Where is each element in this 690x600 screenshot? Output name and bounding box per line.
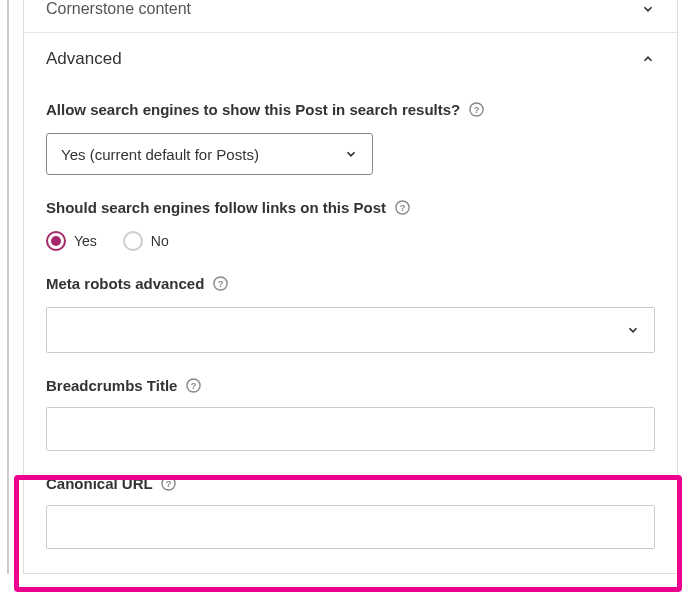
- svg-text:?: ?: [473, 105, 479, 115]
- chevron-down-icon: [344, 147, 358, 161]
- radio-checked-icon: [46, 231, 66, 251]
- help-icon[interactable]: ?: [469, 102, 484, 117]
- field-breadcrumbs: Breadcrumbs Title ?: [46, 377, 655, 451]
- svg-text:?: ?: [191, 381, 197, 391]
- svg-text:?: ?: [399, 203, 405, 213]
- radio-group-follow: Yes No: [46, 231, 655, 251]
- field-meta-robots: Meta robots advanced ?: [46, 275, 655, 353]
- chevron-down-icon: [626, 323, 640, 337]
- radio-follow-no[interactable]: No: [123, 231, 169, 251]
- select-meta-robots[interactable]: [46, 307, 655, 353]
- label-breadcrumbs: Breadcrumbs Title: [46, 377, 177, 394]
- radio-follow-yes[interactable]: Yes: [46, 231, 97, 251]
- chevron-up-icon: [641, 52, 655, 66]
- help-icon[interactable]: ?: [161, 476, 176, 491]
- field-canonical: Canonical URL ?: [46, 475, 655, 549]
- label-allow-index: Allow search engines to show this Post i…: [46, 101, 460, 118]
- label-follow-links: Should search engines follow links on th…: [46, 199, 386, 216]
- help-icon[interactable]: ?: [213, 276, 228, 291]
- label-meta-robots: Meta robots advanced: [46, 275, 204, 292]
- section-cornerstone[interactable]: Cornerstone content: [24, 0, 677, 33]
- section-title-cornerstone: Cornerstone content: [46, 0, 191, 18]
- field-allow-index: Allow search engines to show this Post i…: [46, 101, 655, 175]
- select-allow-index[interactable]: Yes (current default for Posts): [46, 133, 373, 175]
- chevron-down-icon: [641, 2, 655, 16]
- advanced-body: Allow search engines to show this Post i…: [24, 83, 677, 573]
- help-icon[interactable]: ?: [395, 200, 410, 215]
- radio-unchecked-icon: [123, 231, 143, 251]
- input-canonical[interactable]: [46, 505, 655, 549]
- settings-panel: Cornerstone content Advanced Allow searc…: [23, 0, 678, 574]
- label-canonical: Canonical URL: [46, 475, 153, 492]
- help-icon[interactable]: ?: [186, 378, 201, 393]
- svg-text:?: ?: [166, 479, 172, 489]
- section-advanced[interactable]: Advanced: [24, 33, 677, 83]
- select-allow-index-value: Yes (current default for Posts): [61, 146, 259, 163]
- input-breadcrumbs[interactable]: [46, 407, 655, 451]
- section-title-advanced: Advanced: [46, 49, 122, 69]
- field-follow-links: Should search engines follow links on th…: [46, 199, 655, 251]
- left-edge-bar: [7, 0, 9, 574]
- radio-label-yes: Yes: [74, 233, 97, 249]
- radio-label-no: No: [151, 233, 169, 249]
- svg-text:?: ?: [217, 279, 223, 289]
